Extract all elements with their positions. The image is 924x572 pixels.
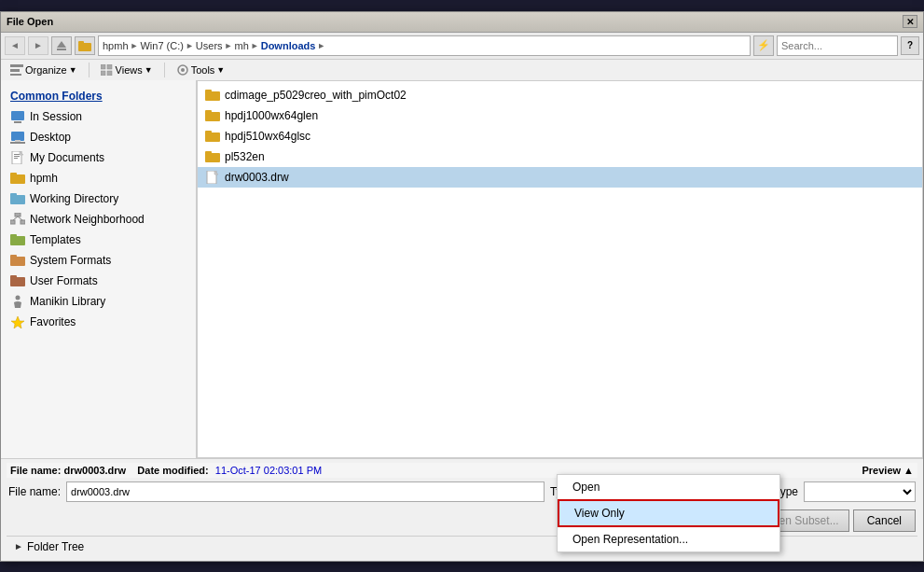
path-hpmh: hpmh: [103, 40, 129, 51]
svg-rect-13: [11, 111, 24, 120]
file-name-hpdj1000: hpdj1000wx64glen: [225, 109, 318, 122]
sidebar-item-userformats[interactable]: User Formats: [1, 271, 196, 291]
sidebar-item-hpmh-label: hpmh: [30, 172, 58, 185]
path-mh: mh: [234, 40, 248, 51]
back-button[interactable]: ◄: [5, 36, 25, 55]
sidebar-item-network[interactable]: Network Neighborhood: [1, 209, 196, 230]
dropdown-item-viewonly[interactable]: View Only: [558, 499, 779, 527]
separator-2: [164, 63, 165, 77]
folder-icon-btn: [75, 36, 95, 55]
sidebar: Common Folders In Session Desktop My Doc…: [1, 80, 197, 458]
svg-rect-6: [10, 74, 21, 76]
folder-icon-hpdj510: [205, 129, 220, 144]
svg-rect-3: [78, 41, 84, 44]
svg-rect-16: [10, 142, 25, 144]
svg-rect-41: [205, 90, 212, 93]
forward-button[interactable]: ►: [28, 36, 48, 55]
svg-rect-24: [10, 173, 17, 176]
svg-rect-15: [11, 132, 24, 141]
input-row: File name: Type Creo Files (.prt, .asm, …: [7, 478, 917, 506]
sidebar-item-workdir-label: Working Directory: [30, 192, 118, 205]
file-info-bar: Preview ▲ File name: drw0003.drw Date mo…: [7, 463, 917, 478]
folder-icon-pl532: [205, 149, 220, 164]
search-input[interactable]: [777, 35, 898, 56]
file-item-cdimage[interactable]: cdimage_p5029creo_with_pimOct02: [198, 85, 922, 105]
sidebar-item-manikin[interactable]: Manikin Library: [1, 291, 196, 312]
filename-input[interactable]: [66, 481, 545, 502]
sidebar-item-templates[interactable]: Templates: [1, 230, 196, 250]
sysformats-icon: [10, 253, 25, 268]
file-open-dialog: File Open ✕ ◄ ► hpmh ► Win7 (C:) ► Users…: [0, 11, 924, 562]
svg-rect-14: [14, 121, 21, 123]
file-browser[interactable]: cdimage_p5029creo_with_pimOct02 hpdj1000…: [197, 80, 923, 458]
tools-button[interactable]: Tools ▼: [172, 63, 229, 77]
file-name-cdimage: cdimage_p5029creo_with_pimOct02: [225, 89, 407, 102]
sidebar-item-userformats-label: User Formats: [30, 274, 98, 287]
organize-arrow: ▼: [69, 65, 77, 75]
preview-link[interactable]: Preview ▲: [862, 465, 914, 476]
sidebar-item-hpmh[interactable]: hpmh: [1, 168, 196, 188]
tools-label: Tools: [191, 64, 215, 76]
svg-rect-35: [10, 255, 17, 258]
subtype-select[interactable]: [804, 481, 916, 502]
title-bar: File Open ✕: [1, 12, 923, 33]
svg-rect-5: [10, 69, 20, 72]
file-info-name-label: File name:: [10, 465, 61, 476]
svg-rect-10: [107, 71, 112, 76]
svg-marker-39: [11, 316, 24, 328]
search-help-icon[interactable]: ?: [901, 36, 919, 55]
sidebar-item-desktop-label: Desktop: [30, 131, 71, 144]
svg-rect-17: [15, 140, 21, 142]
open-dropdown-menu: Open View Only Open Representation...: [557, 474, 780, 552]
refresh-button[interactable]: ⚡: [753, 35, 774, 56]
templates-icon: [10, 232, 25, 247]
sidebar-item-sysformats[interactable]: System Formats: [1, 250, 196, 271]
svg-rect-28: [10, 220, 15, 224]
button-row: Open ▼ Open Subset... Cancel: [7, 506, 917, 536]
sidebar-item-mydocs[interactable]: My Documents: [1, 147, 196, 168]
dropdown-item-openrep[interactable]: Open Representation...: [558, 527, 779, 551]
tools-icon: [176, 64, 189, 76]
close-button[interactable]: ✕: [903, 15, 917, 28]
up-button[interactable]: [51, 36, 72, 55]
path-downloads: Downloads: [261, 40, 316, 51]
sidebar-item-insession[interactable]: In Session: [1, 106, 196, 127]
sidebar-item-favorites[interactable]: Favorites: [1, 312, 196, 332]
main-area: Common Folders In Session Desktop My Doc…: [1, 80, 923, 458]
folder-tree-bar[interactable]: ► Folder Tree: [7, 536, 917, 557]
file-item-hpdj510[interactable]: hpdj510wx64glsc: [198, 126, 922, 146]
organize-icon: [10, 64, 23, 76]
views-label: Views: [116, 64, 143, 76]
file-item-hpdj1000[interactable]: hpdj1000wx64glen: [198, 105, 922, 126]
folder-icon-cdimage: [205, 88, 220, 103]
svg-rect-33: [10, 234, 17, 238]
svg-point-12: [181, 68, 185, 72]
organize-button[interactable]: Organize ▼: [7, 63, 81, 77]
path-win7: Win7 (C:): [140, 40, 183, 51]
folder-icon-hpdj1000: [205, 108, 220, 123]
svg-rect-0: [57, 49, 66, 50]
sidebar-item-desktop[interactable]: Desktop: [1, 127, 196, 147]
organize-label: Organize: [25, 64, 67, 76]
userformats-icon: [10, 273, 25, 288]
views-button[interactable]: Views ▼: [97, 63, 157, 77]
folder-tree-arrow: ►: [14, 541, 23, 551]
dropdown-item-open[interactable]: Open: [558, 475, 779, 499]
svg-rect-4: [10, 64, 23, 67]
svg-line-31: [18, 216, 22, 220]
manikin-icon: [10, 294, 25, 309]
path-bar[interactable]: hpmh ► Win7 (C:) ► Users ► mh ► Download…: [98, 35, 751, 56]
insession-icon: [10, 109, 25, 124]
cancel-button[interactable]: Cancel: [853, 509, 916, 532]
sidebar-item-workdir[interactable]: Working Directory: [1, 188, 196, 209]
svg-rect-2: [78, 43, 91, 51]
tools-bar: Organize ▼ Views ▼ Tools ▼: [1, 60, 923, 80]
desktop-icon: [10, 130, 25, 145]
sidebar-section-title: Common Folders: [1, 84, 196, 106]
views-icon: [101, 64, 114, 76]
network-icon: [10, 212, 25, 227]
svg-rect-20: [14, 156, 20, 157]
file-item-drw0003[interactable]: drw0003.drw: [198, 167, 922, 188]
sidebar-item-sysformats-label: System Formats: [30, 254, 111, 267]
file-item-pl532[interactable]: pl532en: [198, 146, 922, 167]
